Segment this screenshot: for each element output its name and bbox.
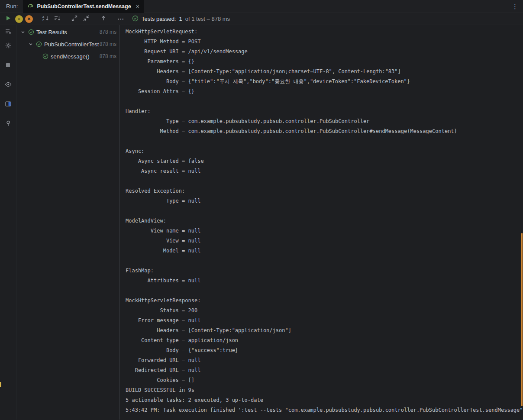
- console-output-panel: MockHttpServletRequest: HTTP Method = PO…: [119, 25, 523, 420]
- expand-all-button[interactable]: [70, 14, 79, 24]
- console-output-text: MockHttpServletRequest: HTTP Method = PO…: [126, 27, 523, 415]
- show-failed-icon[interactable]: ✕: [25, 15, 33, 23]
- test-passed-icon: [35, 41, 42, 47]
- sort-az-icon: AZ: [42, 15, 49, 23]
- tree-item-time: 878 ms: [100, 29, 116, 35]
- collapse-all-icon: [83, 15, 90, 23]
- test-passed-icon: [42, 53, 49, 59]
- kebab-menu-icon[interactable]: ⋮: [512, 3, 523, 10]
- tests-passed-icon: [132, 15, 139, 23]
- status-passed-count: 1: [179, 16, 182, 22]
- pin-icon[interactable]: [4, 119, 13, 128]
- stripe-marker: [0, 382, 1, 387]
- sort-duration-icon: [54, 15, 61, 23]
- run-tab-bar: Run: PubSubControllerTest.sendMessage × …: [0, 0, 523, 13]
- sort-by-duration-button[interactable]: [52, 14, 62, 24]
- arrow-up-icon: [100, 15, 107, 23]
- run-tab-title: PubSubControllerTest.sendMessage: [37, 3, 131, 10]
- tree-item-sendmessage[interactable]: sendMessage() 878 ms: [16, 50, 119, 62]
- run-content: Test Results 878 ms PubSubControllerTest…: [0, 25, 523, 420]
- show-passed-icon[interactable]: ≡: [15, 15, 23, 23]
- chevron-down-icon[interactable]: [20, 30, 26, 34]
- test-status-bar: Tests passed: 1 of 1 test – 878 ms: [132, 15, 230, 23]
- gear-icon[interactable]: [4, 41, 13, 50]
- status-detail: of 1 test – 878 ms: [185, 16, 230, 22]
- tree-item-label: Test Results: [36, 29, 67, 36]
- tree-item-time: 878 ms: [100, 53, 116, 59]
- close-icon[interactable]: ×: [136, 3, 139, 10]
- layout-columns-icon[interactable]: [4, 100, 13, 108]
- tree-item-label: sendMessage(): [51, 53, 90, 60]
- left-toolbar-stripe: [0, 25, 16, 420]
- rerun-tests-button[interactable]: [3, 14, 13, 24]
- test-tree-panel: Test Results 878 ms PubSubControllerTest…: [16, 25, 119, 420]
- stop-icon[interactable]: [4, 61, 13, 69]
- lines-glyph: ≡: [18, 16, 20, 21]
- collapse-all-button[interactable]: [81, 14, 91, 24]
- x-glyph: ✕: [27, 16, 31, 21]
- chevron-down-icon[interactable]: [28, 42, 34, 46]
- tree-item-pubsubcontrollertest[interactable]: PubSubControllerTest 878 ms: [16, 38, 119, 50]
- run-toolbar: ≡ ✕ AZ: [0, 13, 523, 25]
- status-passed-label: Tests passed:: [142, 16, 176, 22]
- more-icon: ⋯: [117, 15, 124, 23]
- run-tool-window: Run: PubSubControllerTest.sendMessage × …: [0, 0, 523, 420]
- preview-eye-icon[interactable]: [4, 80, 13, 89]
- tree-item-time: 878 ms: [100, 41, 116, 47]
- tree-item-test-results[interactable]: Test Results 878 ms: [16, 26, 119, 38]
- run-label: Run:: [0, 3, 23, 10]
- tree-item-label: PubSubControllerTest: [44, 41, 99, 48]
- filter-lines-icon[interactable]: [4, 27, 13, 36]
- console-scrollbar[interactable]: [521, 233, 523, 406]
- play-icon: [5, 15, 11, 23]
- run-tab[interactable]: PubSubControllerTest.sendMessage ×: [23, 0, 143, 13]
- previous-occurrence-button[interactable]: [99, 14, 108, 24]
- svg-text:Z: Z: [42, 18, 45, 22]
- stop-square-glyph: [6, 63, 10, 67]
- gradle-icon: [27, 3, 34, 10]
- test-passed-icon: [27, 29, 35, 35]
- more-actions-button[interactable]: ⋯: [116, 14, 126, 24]
- sort-alphabetically-button[interactable]: AZ: [41, 14, 50, 24]
- expand-all-icon: [71, 15, 78, 23]
